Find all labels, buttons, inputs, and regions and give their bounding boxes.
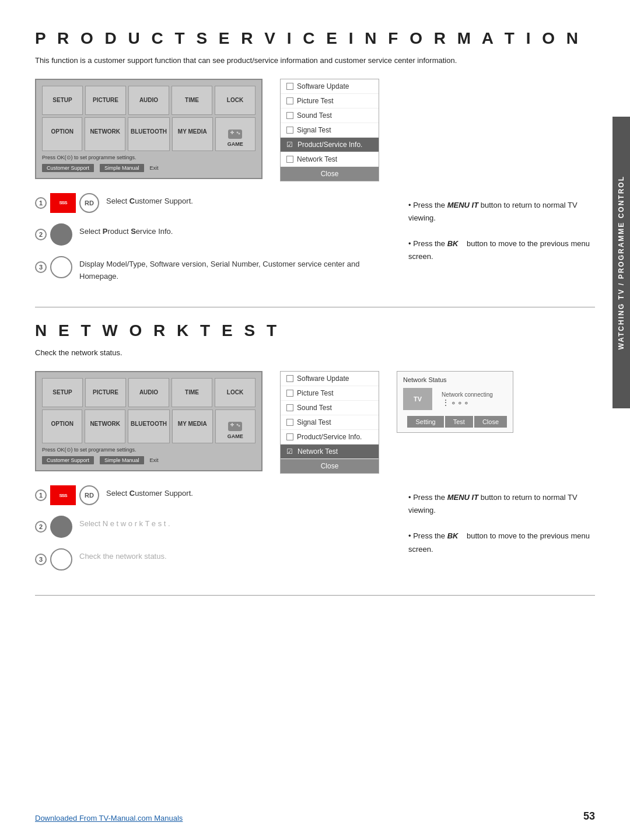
tv-menu-row1: SETUP PICTURE AUDIO TIME LOCK xyxy=(42,86,256,115)
dropdown-item-signal-test[interactable]: Signal Test xyxy=(281,123,379,138)
exit2-text[interactable]: Exit xyxy=(150,457,159,463)
dropdown2-item-product-service[interactable]: Product/Service Info. xyxy=(281,430,379,444)
footer-link[interactable]: Downloaded From TV-Manual.com Manuals xyxy=(35,814,183,822)
step-num-1-3: 3 xyxy=(35,261,47,273)
simple-manual2-btn[interactable]: Simple Manual xyxy=(100,456,144,464)
section2-menu-area: SETUP PICTURE AUDIO TIME LOCK OPTION NET… xyxy=(35,371,595,474)
customer-support2-btn[interactable]: Customer Support xyxy=(42,456,94,464)
menu2-cell-setup[interactable]: SETUP xyxy=(42,378,83,407)
dropdown-label-software-update: Software Update xyxy=(297,82,349,90)
menu2-cell-picture[interactable]: PICTURE xyxy=(85,378,126,407)
dropdown-item-software-update[interactable]: Software Update xyxy=(281,79,379,94)
dropdown-label-signal-test: Signal Test xyxy=(297,126,331,134)
menu-cell-network[interactable]: NETWORK xyxy=(85,117,125,151)
connecting-text: Network connecting xyxy=(442,391,493,398)
menu2-cell-time[interactable]: TIME xyxy=(172,378,212,407)
tv-icon-box: TV xyxy=(403,388,432,410)
dropdown-label-product-service: Product/Service Info. xyxy=(298,141,362,149)
section2-steps: 1 SSS RD Select Customer Support. 2 Sele… xyxy=(35,485,595,581)
menu2-cell-network[interactable]: NETWORK xyxy=(85,410,125,443)
menu-it2-label: MENU IT xyxy=(447,493,478,502)
menu2-cell-bluetooth[interactable]: BLUETOOTH xyxy=(128,410,170,443)
menu-cell-picture[interactable]: PICTURE xyxy=(85,86,126,115)
menu2-cell-lock[interactable]: LOCK xyxy=(215,378,256,407)
dropdown-menu-1: Software Update Picture Test Sound Test … xyxy=(280,79,379,181)
tv-menu2-row2: OPTION NETWORK BLUETOOTH MY MEDIA GAME xyxy=(42,410,256,443)
checkbox-signal-test xyxy=(286,127,293,134)
checkbox2-software-update xyxy=(286,375,293,382)
svg-point-9 xyxy=(239,425,240,427)
dropdown2-item-sound-test[interactable]: Sound Test xyxy=(281,401,379,415)
exit-text[interactable]: Exit xyxy=(150,165,159,171)
step2-3: 3 Check the network status. xyxy=(35,548,391,570)
menu-cell-audio[interactable]: AUDIO xyxy=(128,86,169,115)
steps-left-2: 1 SSS RD Select Customer Support. 2 Sele… xyxy=(35,485,391,581)
ns-close-btn[interactable]: Close xyxy=(474,416,507,428)
step2-2: 2 Select N e t w o r k T e s t . xyxy=(35,516,391,538)
step-num-2-2: 2 xyxy=(35,521,47,533)
dropdown-item-network-test[interactable]: Network Test xyxy=(281,152,379,167)
menu-cell-lock[interactable]: LOCK xyxy=(215,86,256,115)
menu-cell-option[interactable]: OPTION xyxy=(42,117,82,151)
checkbox2-signal-test xyxy=(286,419,293,426)
step3-icon-empty xyxy=(50,256,72,278)
menu-cell-setup[interactable]: SETUP xyxy=(42,86,83,115)
bk-label: BK xyxy=(447,239,459,248)
side-label: WATCHING TV / PROGRAMME CONTROL xyxy=(612,117,630,408)
tv-menu-buttons: Customer Support Simple Manual Exit xyxy=(42,164,256,172)
ns-test-btn[interactable]: Test xyxy=(445,416,473,428)
dropdown2-close-btn[interactable]: Close xyxy=(281,459,379,473)
checkbox2-picture-test xyxy=(286,390,293,397)
page-number: 53 xyxy=(583,810,595,822)
section1-desc: This function is a customer support func… xyxy=(35,55,473,67)
step-num-2-1: 1 xyxy=(35,489,47,501)
step2-1-remote: RD xyxy=(79,485,99,505)
network-status-content: TV Network connecting ⋮∘∘∘ xyxy=(403,388,507,410)
dropdown-menu-2: Software Update Picture Test Sound Test … xyxy=(280,371,379,474)
dropdown2-label-network-test: Network Test xyxy=(298,447,338,456)
menu-cell-game[interactable]: GAME xyxy=(215,117,256,151)
dropdown2-item-software-update[interactable]: Software Update xyxy=(281,372,379,386)
dropdown-item-sound-test[interactable]: Sound Test xyxy=(281,108,379,123)
menu2-cell-game[interactable]: GAME xyxy=(215,410,256,443)
svg-rect-0 xyxy=(228,130,242,139)
menu-cell-time[interactable]: TIME xyxy=(172,86,212,115)
svg-point-3 xyxy=(237,131,239,133)
check2-network-test-icon: ☑ xyxy=(286,447,293,456)
menu-cell-bluetooth[interactable]: BLUETOOTH xyxy=(128,117,170,151)
dropdown-label-network-test: Network Test xyxy=(297,155,337,163)
section2-title: N E T W O R K T E S T xyxy=(35,321,595,340)
note1-line1: • Press the MENU IT button to return to … xyxy=(408,199,595,225)
menu-cell-mymedia[interactable]: MY MEDIA xyxy=(172,117,212,151)
tv-menu-2: SETUP PICTURE AUDIO TIME LOCK OPTION NET… xyxy=(35,371,262,471)
simple-manual-btn[interactable]: Simple Manual xyxy=(100,164,144,172)
step1-remote: RD xyxy=(79,193,99,213)
section2-desc: Check the network status. xyxy=(35,347,473,359)
footer2-text: Press OK(⊙) to set programme settings. xyxy=(42,447,136,453)
ns-setting-btn[interactable]: Setting xyxy=(407,416,443,428)
svg-point-8 xyxy=(237,424,239,426)
menu2-cell-audio[interactable]: AUDIO xyxy=(128,378,169,407)
checkbox-software-update xyxy=(286,83,293,90)
checkbox2-sound-test xyxy=(286,404,293,411)
dropdown-item-product-service[interactable]: ☑ Product/Service Info. xyxy=(281,138,379,152)
divider-1 xyxy=(35,307,595,307)
bk2-label: BK xyxy=(447,531,459,540)
dropdown-close-btn[interactable]: Close xyxy=(281,167,379,181)
menu2-cell-option[interactable]: OPTION xyxy=(42,410,82,443)
step1-1-text: Select Customer Support. xyxy=(106,193,193,208)
steps-right-1: • Press the MENU IT button to return to … xyxy=(408,193,595,293)
step2-2-text: Select N e t w o r k T e s t . xyxy=(79,516,170,530)
step1-3: 3 Display Model/Type, Software version, … xyxy=(35,256,391,283)
tv-menu-1: SETUP PICTURE AUDIO TIME LOCK OPTION NET… xyxy=(35,79,262,179)
tv-menu-row2: OPTION NETWORK BLUETOOTH MY MEDIA GAME xyxy=(42,117,256,151)
dropdown2-item-network-test[interactable]: ☑ Network Test xyxy=(281,444,379,459)
customer-support-btn[interactable]: Customer Support xyxy=(42,164,94,172)
dropdown2-item-picture-test[interactable]: Picture Test xyxy=(281,386,379,401)
dropdown-item-picture-test[interactable]: Picture Test xyxy=(281,94,379,108)
menu2-cell-mymedia[interactable]: MY MEDIA xyxy=(172,410,212,443)
svg-point-4 xyxy=(239,132,240,134)
step1-2-text: Select Product Service Info. xyxy=(79,223,173,238)
dropdown2-item-signal-test[interactable]: Signal Test xyxy=(281,415,379,430)
note1-line2: • Press the BK button to move to the pre… xyxy=(408,237,595,263)
